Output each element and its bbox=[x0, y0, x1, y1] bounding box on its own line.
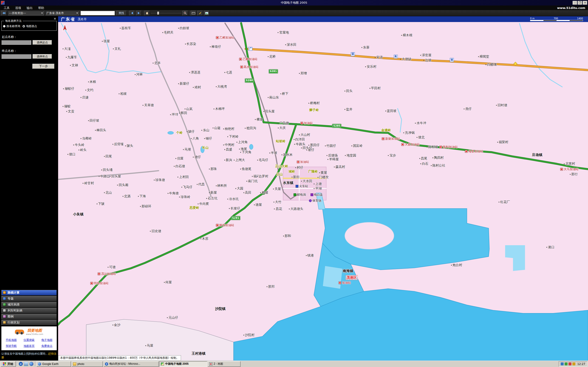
map-label[interactable]: 文礼 bbox=[113, 47, 121, 51]
measure-button[interactable] bbox=[191, 11, 196, 16]
map-label[interactable]: 塘北 bbox=[416, 135, 424, 140]
map-label[interactable]: 边坡 bbox=[423, 58, 431, 62]
poi-label[interactable]: 体育场 bbox=[309, 199, 321, 203]
gas-station-label[interactable]: 海星加油站 bbox=[465, 149, 483, 153]
gas-station-label[interactable]: 茂运加油站 bbox=[98, 272, 116, 276]
map-label[interactable]: 广隆岭 bbox=[308, 169, 318, 174]
taskbar-task[interactable]: photo bbox=[72, 361, 103, 367]
map-label[interactable]: 长坡仔 bbox=[229, 206, 240, 211]
map-label[interactable]: 北丰 bbox=[153, 61, 161, 65]
map-label[interactable]: 狮子岭 bbox=[309, 108, 319, 112]
map-label[interactable]: 大园 bbox=[235, 186, 243, 191]
map-label[interactable]: 潭遥遥 bbox=[189, 70, 200, 75]
poi-label[interactable]: 电白县 bbox=[311, 193, 323, 197]
globe-icon[interactable] bbox=[29, 362, 34, 366]
map-label[interactable]: 马屋 bbox=[145, 344, 153, 348]
start-name-input[interactable] bbox=[1, 40, 31, 45]
start-button[interactable]: 开始 bbox=[1, 361, 16, 367]
map-label[interactable]: 棒墙仔 bbox=[210, 45, 221, 49]
map-viewport[interactable]: 荔枝车白奴坡毛鹤关官屋地深水田东寨樟木根大湴张屋文礼长苏染棒墙仔尼桥宋清大塘缺泽… bbox=[58, 22, 588, 361]
map-label[interactable]: 牛头岭 bbox=[73, 143, 84, 147]
map-label[interactable]: 下河角 bbox=[240, 150, 251, 154]
map-label[interactable]: 盐井 bbox=[345, 107, 353, 111]
gas-station-label[interactable]: 加油站 bbox=[300, 121, 313, 125]
map-label[interactable]: 官屋地 bbox=[278, 31, 289, 35]
map-label[interactable]: 大山村 bbox=[299, 133, 310, 137]
map-label[interactable]: 塘屋 bbox=[254, 203, 262, 207]
map-label[interactable]: 地堂园 bbox=[345, 153, 356, 158]
map-label[interactable]: 马潮 bbox=[183, 148, 191, 152]
map-label[interactable]: 东山 bbox=[201, 128, 209, 132]
map-label[interactable]: 洗净锅 bbox=[403, 131, 415, 135]
map-label[interactable]: 新街 bbox=[292, 175, 300, 179]
map-label[interactable]: 柏坡 bbox=[119, 92, 127, 96]
map-label[interactable]: 屦蛟 bbox=[62, 104, 70, 108]
map-label[interactable]: 思爱岭 bbox=[190, 206, 199, 210]
poi-label[interactable]: 邮电局 bbox=[294, 193, 306, 197]
taskbar-task[interactable]: 中国电子地图 2005 bbox=[159, 361, 207, 367]
map-label[interactable]: 旧时塘 bbox=[496, 103, 507, 107]
map-label[interactable]: 牛路山 bbox=[99, 174, 110, 178]
map-label[interactable]: 高田 bbox=[243, 191, 251, 195]
map-label[interactable]: 倪屋 bbox=[175, 156, 183, 161]
map-label[interactable]: 宝步 bbox=[388, 153, 396, 158]
map-label[interactable]: 石古坑 bbox=[206, 196, 217, 200]
map-label[interactable]: 田头屋 bbox=[110, 174, 121, 178]
map-label[interactable]: 元山仔 bbox=[167, 316, 178, 320]
map-label[interactable]: 大桃湾 bbox=[216, 85, 227, 89]
map-label[interactable]: 下陂 bbox=[96, 202, 104, 206]
map-label[interactable]: 平田村 bbox=[369, 86, 380, 90]
ie-icon[interactable]: e bbox=[19, 362, 23, 366]
map-label[interactable]: 旧史塘 bbox=[150, 229, 161, 233]
map-label[interactable]: 塘仔 bbox=[193, 155, 201, 159]
map-label[interactable]: 后背垭 bbox=[112, 142, 124, 146]
map-label[interactable]: 那行 bbox=[570, 172, 578, 176]
map-label[interactable]: 茂港区 bbox=[346, 275, 358, 280]
map-label[interactable]: 九窿车 bbox=[66, 55, 77, 59]
map-label[interactable]: 那邦 bbox=[267, 285, 275, 289]
tray-icon[interactable] bbox=[572, 362, 575, 365]
category-dropdown[interactable]: ---所有类别--- bbox=[8, 11, 44, 15]
map-label[interactable]: 秧绝村 bbox=[223, 127, 234, 131]
map-label[interactable]: 关屋 bbox=[273, 187, 281, 191]
map-label[interactable]: 上闸大 bbox=[233, 158, 245, 162]
map-label[interactable]: 棒田头 bbox=[95, 128, 106, 132]
map-label[interactable]: 珍珠塘 bbox=[154, 178, 165, 182]
map-label[interactable]: 代昌 bbox=[197, 182, 205, 186]
map-label[interactable]: 田仔坡 bbox=[88, 119, 99, 123]
gas-station-label[interactable]: 大新加油站 bbox=[401, 142, 420, 147]
map-label[interactable]: 大庆 bbox=[278, 126, 286, 130]
map-label[interactable]: 新兴 bbox=[224, 158, 232, 162]
map-label[interactable]: 山嶷 bbox=[212, 126, 221, 130]
map-label[interactable]: 辉田 bbox=[179, 111, 187, 115]
map-label[interactable]: 白洋田 bbox=[294, 137, 305, 142]
menu-item[interactable]: 输出 bbox=[24, 6, 35, 10]
sidebar-close-button[interactable]: × bbox=[53, 17, 57, 20]
promo-link[interactable]: 手机地图 bbox=[3, 338, 20, 342]
sidebar-panel-1[interactable]: 专题 bbox=[1, 296, 57, 301]
map-label[interactable]: 木棉坪 bbox=[214, 107, 225, 111]
tray-icon[interactable] bbox=[565, 362, 568, 365]
map-label[interactable]: 鱼塘尾 bbox=[240, 167, 251, 171]
map-label[interactable]: 发水米 bbox=[281, 153, 293, 157]
gas-station-label[interactable]: 新捷加油站 bbox=[382, 137, 400, 141]
gas-station-label[interactable]: 加油站 bbox=[338, 281, 351, 285]
map-label[interactable]: 白石 bbox=[420, 162, 428, 166]
zoom-slider[interactable] bbox=[151, 11, 181, 15]
map-label[interactable]: 那碌环 bbox=[140, 204, 151, 209]
map-label[interactable]: 安乐村 bbox=[365, 65, 376, 69]
map-label[interactable]: 田头 bbox=[345, 89, 353, 93]
end-name-input[interactable] bbox=[1, 54, 31, 59]
gas-station-label[interactable]: 陈利加油站 bbox=[439, 145, 458, 149]
map-label[interactable]: 田头厢 bbox=[117, 183, 128, 187]
map-label[interactable]: 个岭 bbox=[176, 131, 183, 135]
map-label[interactable]: 七遥 bbox=[224, 70, 232, 75]
map-label[interactable]: 蓝田坡 bbox=[385, 109, 397, 113]
map-label[interactable]: 赖屋 bbox=[260, 191, 268, 195]
map-label[interactable]: 田头屋 bbox=[263, 109, 275, 114]
show-desktop-icon[interactable] bbox=[24, 362, 28, 366]
map-label[interactable]: 镇港 bbox=[306, 253, 314, 258]
map-label[interactable]: 黄屋 bbox=[319, 171, 327, 175]
map-label[interactable]: 田头埇 bbox=[101, 168, 112, 172]
map-label[interactable]: 门楼坟 bbox=[317, 175, 329, 179]
